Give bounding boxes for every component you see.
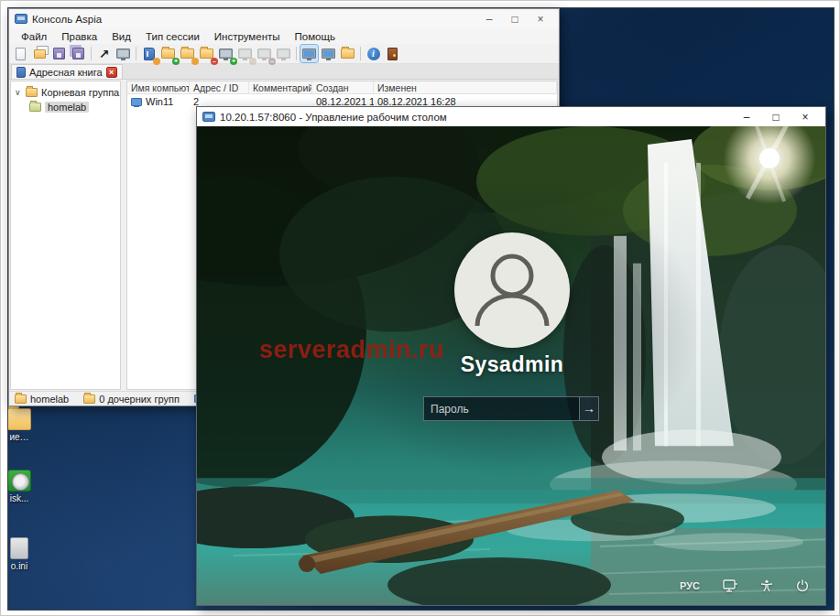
remote-desktop-window: 10.20.1.57:8060 - Управление рабочим сто… <box>196 106 826 606</box>
desktop-view-icon[interactable] <box>320 45 337 62</box>
computer-icon[interactable] <box>115 45 132 62</box>
minimize-button[interactable]: – <box>476 10 502 28</box>
screenshot-frame: ие… isk... o.ini Консоль Aspia – □ × Фай… <box>0 0 840 616</box>
save-as-icon[interactable] <box>70 45 87 62</box>
edit-group-icon[interactable] <box>179 45 196 62</box>
group-tree: ∨ Корневая группа homelab <box>10 81 121 390</box>
network-icon[interactable] <box>723 579 737 592</box>
tree-item-root-group[interactable]: ∨ Корневая группа <box>11 85 120 100</box>
password-row: → <box>423 396 599 421</box>
username-label: Sysadmin <box>420 352 604 377</box>
tab-address-book[interactable]: Адресная книга × <box>11 64 123 79</box>
menu-file[interactable]: Файл <box>14 31 54 42</box>
folder-icon <box>29 103 41 112</box>
toolbar-separator <box>136 47 136 60</box>
folder-icon <box>15 394 27 404</box>
column-created[interactable]: Создан <box>312 81 374 93</box>
desktop-manage-icon[interactable] <box>300 45 318 62</box>
status-group: homelab <box>15 394 69 405</box>
add-group-icon[interactable] <box>159 45 177 62</box>
toolbar-separator <box>296 47 297 60</box>
tab-label: Адресная книга <box>29 67 103 78</box>
tab-close-icon[interactable]: × <box>106 67 117 78</box>
connect-icon[interactable] <box>95 45 113 62</box>
password-input[interactable] <box>423 396 579 421</box>
submit-arrow-button[interactable]: → <box>579 396 599 421</box>
language-indicator[interactable]: РУС <box>680 580 700 591</box>
desktop-icon-label: isk... <box>7 493 38 503</box>
save-icon[interactable] <box>50 45 68 62</box>
lockscreen-tray: РУС <box>680 579 809 592</box>
aspia-app-icon <box>15 14 27 24</box>
ease-of-access-icon[interactable] <box>760 579 773 592</box>
watermark-text: serveradmin.ru <box>259 336 444 364</box>
menu-edit[interactable]: Правка <box>54 31 104 42</box>
tree-item-homelab[interactable]: homelab <box>11 100 120 114</box>
new-addressbook-icon[interactable] <box>12 45 29 62</box>
delete-computer-icon[interactable] <box>256 45 273 62</box>
close-button[interactable]: × <box>528 10 553 28</box>
column-modified[interactable]: Изменен <box>374 81 557 93</box>
console-title: Консоль Aspia <box>32 14 472 25</box>
toolbar-separator <box>91 47 92 60</box>
file-transfer-icon[interactable] <box>339 45 356 62</box>
column-address-id[interactable]: Адрес / ID <box>190 81 249 93</box>
menu-session-type[interactable]: Тип сессии <box>138 31 207 42</box>
edit-computer-icon[interactable] <box>236 45 254 62</box>
column-comment[interactable]: Комментарий <box>249 81 312 93</box>
maximize-button[interactable]: □ <box>761 108 791 126</box>
aspia-app-icon <box>202 112 215 122</box>
power-icon[interactable] <box>796 579 809 592</box>
desktop-icon-label: ие… <box>7 432 38 442</box>
info-icon[interactable] <box>365 45 382 62</box>
delete-group-icon[interactable] <box>198 45 215 62</box>
addressbook-edit-icon[interactable] <box>140 45 158 62</box>
desktop-icon-disk[interactable]: isk... <box>7 470 38 503</box>
address-book-icon <box>16 67 26 78</box>
console-menubar: Файл Правка Вид Тип сессии Инструменты П… <box>9 28 559 44</box>
status-child-groups: 0 дочерних групп <box>83 394 180 405</box>
status-group-label: homelab <box>30 394 69 405</box>
desktop-icon-ini-file[interactable]: o.ini <box>7 537 38 571</box>
computer-icon <box>131 98 142 106</box>
file-icon <box>10 537 28 559</box>
remote-titlebar[interactable]: 10.20.1.57:8060 - Управление рабочим сто… <box>197 107 825 126</box>
folder-icon <box>7 408 31 430</box>
menu-tools[interactable]: Инструменты <box>207 31 288 42</box>
maximize-button[interactable]: □ <box>502 10 528 28</box>
chevron-down-icon[interactable]: ∨ <box>15 88 22 97</box>
copy-computer-icon[interactable] <box>275 45 292 62</box>
tree-item-label: homelab <box>45 102 89 113</box>
column-computer-name[interactable]: Имя компьютер <box>127 81 190 93</box>
toolbar-separator <box>360 47 361 60</box>
remote-title: 10.20.1.57:8060 - Управление рабочим сто… <box>220 112 727 123</box>
exit-icon[interactable] <box>384 45 401 62</box>
folder-icon <box>26 88 38 97</box>
table-header: Имя компьютер Адрес / ID Комментарий Соз… <box>127 81 557 94</box>
menu-help[interactable]: Помощь <box>288 31 343 42</box>
status-child-groups-label: 0 дочерних групп <box>99 394 180 405</box>
close-button[interactable]: × <box>791 108 820 126</box>
disk-icon <box>7 470 31 492</box>
person-icon <box>454 232 570 348</box>
open-addressbook-icon[interactable] <box>31 45 49 62</box>
menu-view[interactable]: Вид <box>104 31 138 42</box>
minimize-button[interactable]: – <box>732 108 761 126</box>
user-avatar <box>454 232 570 348</box>
desktop-icon-folder[interactable]: ие… <box>7 408 38 442</box>
console-toolbar <box>9 44 559 64</box>
remote-screen: Sysadmin serveradmin.ru → РУС <box>197 126 825 605</box>
console-tabbar: Адресная книга × <box>9 64 559 80</box>
desktop-icon-label: o.ini <box>7 561 38 571</box>
tree-item-label: Корневая группа <box>41 87 119 98</box>
cell-name: Win11 <box>146 96 173 107</box>
folder-icon <box>83 394 95 404</box>
console-titlebar[interactable]: Консоль Aspia – □ × <box>9 9 559 28</box>
add-computer-icon[interactable] <box>217 45 235 62</box>
